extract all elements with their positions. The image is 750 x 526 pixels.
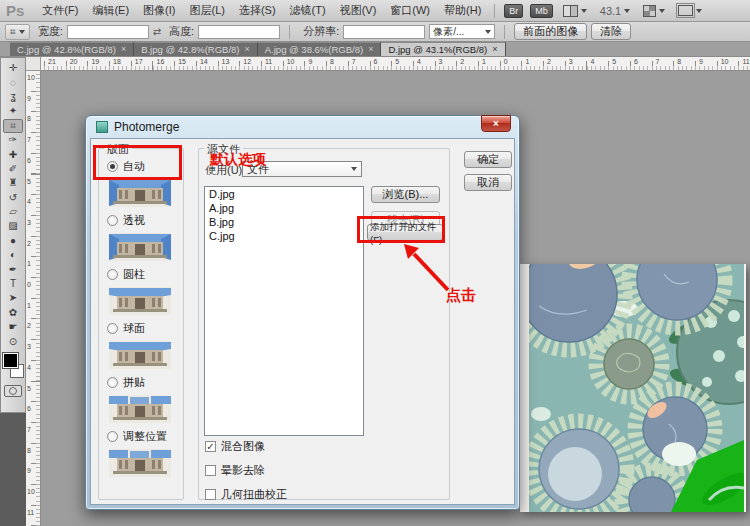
checkbox-unchecked[interactable] — [205, 465, 216, 476]
brush-tool[interactable]: ✐ — [3, 162, 23, 176]
ruler-number: 11 — [265, 58, 272, 65]
radio-button[interactable] — [107, 377, 118, 388]
mini-bridge-button[interactable]: Mb — [530, 4, 553, 18]
eraser-tool[interactable]: ▱ — [3, 205, 23, 219]
document-tab[interactable]: B.jpg @ 42.8%(RGB/8)× — [134, 42, 258, 56]
arrange-documents-dropdown[interactable] — [559, 4, 591, 18]
blur-tool[interactable]: ● — [3, 234, 23, 248]
ok-button[interactable]: 确定 — [464, 151, 512, 168]
file-list-item[interactable]: B.jpg — [205, 215, 363, 229]
bridge-button[interactable]: Br — [504, 4, 523, 18]
menu-item-select[interactable]: 选择(S) — [232, 2, 283, 18]
ruler-number: 6 — [27, 405, 31, 412]
resolution-input[interactable] — [343, 25, 425, 39]
menubar-divider — [494, 4, 495, 18]
file-list-item[interactable]: D.jpg — [205, 187, 363, 201]
front-image-button[interactable]: 前面的图像 — [514, 23, 587, 40]
dodge-tool[interactable]: ◐ — [3, 248, 23, 262]
menu-item-edit[interactable]: 编辑(E) — [85, 2, 136, 18]
crop-tool-icon: ⌗ — [10, 26, 16, 38]
color-swatches[interactable] — [2, 352, 24, 382]
resolution-unit-select[interactable]: 像素/... — [429, 24, 495, 39]
layout-thumbnail — [109, 233, 171, 261]
tab-close-icon[interactable]: × — [492, 45, 497, 54]
crop-tool[interactable]: ⌗ — [3, 119, 23, 133]
add-open-files-button[interactable]: 添加打开的文件(F) — [367, 224, 443, 241]
marquee-tool[interactable]: ◌ — [3, 75, 23, 89]
checkbox-row[interactable]: 几何扭曲校正 — [205, 487, 287, 502]
quick-selection-tool[interactable]: ✦ — [3, 104, 23, 118]
tab-close-icon[interactable]: × — [368, 45, 373, 54]
clone-stamp-tool[interactable]: ♜ — [3, 176, 23, 190]
menu-item-window[interactable]: 窗口(W) — [383, 2, 437, 18]
source-files-group-label: 源文件 — [204, 142, 243, 157]
menu-item-view[interactable]: 视图(V) — [333, 2, 384, 18]
gradient-tool[interactable]: ▨ — [3, 219, 23, 233]
ruler-number: 3 — [439, 58, 443, 65]
ruler-number: 9 — [27, 467, 31, 474]
menu-item-image[interactable]: 图像(I) — [136, 2, 182, 18]
file-list-item[interactable]: C.jpg — [205, 229, 363, 243]
path-selection-tool[interactable]: ➤ — [3, 291, 23, 305]
menu-item-layer[interactable]: 图层(L) — [182, 2, 231, 18]
close-button[interactable]: × — [481, 115, 511, 132]
screen-mode-dropdown[interactable] — [674, 4, 706, 17]
ruler-number: 9 — [308, 58, 312, 65]
file-list-item[interactable]: A.jpg — [205, 201, 363, 215]
browse-button[interactable]: 浏览(B)... — [371, 186, 440, 203]
menu-item-filter[interactable]: 滤镜(T) — [283, 2, 333, 18]
radio-button[interactable] — [107, 215, 118, 226]
use-select[interactable]: 文件 — [242, 161, 362, 177]
radio-button[interactable] — [107, 323, 118, 334]
layout-option-radio[interactable]: 透视 — [107, 213, 145, 227]
ruler-number: 10 — [721, 58, 729, 65]
document-tab[interactable]: A.jpg @ 38.6%(RGB/8)× — [258, 42, 382, 56]
move-tool[interactable]: ✛ — [3, 61, 23, 75]
radio-button[interactable] — [107, 161, 118, 172]
dialog-title-bar[interactable]: Photomerge — [96, 120, 179, 134]
zoom-level-dropdown[interactable]: 43.1 — [596, 4, 634, 18]
ruler-number: 4 — [417, 58, 421, 65]
checkbox-row[interactable]: 晕影去除 — [205, 463, 287, 478]
type-tool[interactable]: T — [3, 277, 23, 291]
foreground-color-swatch[interactable] — [3, 353, 18, 368]
healing-brush-tool[interactable]: ✚ — [3, 147, 23, 161]
height-input[interactable] — [198, 25, 280, 39]
width-input[interactable] — [67, 25, 149, 39]
checkbox-unchecked[interactable] — [205, 489, 216, 500]
tab-close-icon[interactable]: × — [245, 45, 250, 54]
menu-item-help[interactable]: 帮助(H) — [437, 2, 488, 18]
document-tab[interactable]: D.jpg @ 43.1%(RGB/8)× — [381, 42, 505, 56]
cancel-button[interactable]: 取消 — [464, 174, 512, 191]
source-file-list[interactable]: D.jpgA.jpgB.jpgC.jpg — [204, 186, 364, 436]
menu-item-file[interactable]: 文件(F) — [35, 2, 85, 18]
hand-tool[interactable]: ☛ — [3, 320, 23, 334]
menu-items: 文件(F)编辑(E)图像(I)图层(L)选择(S)滤镜(T)视图(V)窗口(W)… — [35, 3, 488, 18]
ruler-number: 12 — [243, 58, 251, 65]
layout-option-radio[interactable]: 调整位置 — [107, 429, 167, 443]
screen-mode-icon — [678, 5, 693, 16]
eyedropper-tool[interactable]: ✑ — [3, 133, 23, 147]
checkbox-row[interactable]: ✓混合图像 — [205, 439, 287, 454]
history-brush-tool[interactable]: ↺ — [3, 191, 23, 205]
crop-tool-preset-dropdown[interactable]: ⌗ — [5, 24, 30, 40]
layout-option-selected[interactable]: 自动 — [107, 159, 145, 173]
custom-shape-tool[interactable]: ✿ — [3, 306, 23, 320]
radio-button[interactable] — [107, 431, 118, 442]
clear-button[interactable]: 清除 — [591, 23, 631, 40]
zoom-tool[interactable]: ⊙ — [3, 334, 23, 348]
checkbox-checked[interactable]: ✓ — [205, 441, 216, 452]
layout-option-radio[interactable]: 圆柱 — [107, 267, 145, 281]
swap-dimensions-icon[interactable]: ⇄ — [153, 26, 161, 37]
photoshop-window: Ps 文件(F)编辑(E)图像(I)图层(L)选择(S)滤镜(T)视图(V)窗口… — [0, 0, 750, 526]
radio-button[interactable] — [107, 269, 118, 280]
document-tab[interactable]: C.jpg @ 42.8%(RGB/8)× — [10, 42, 134, 56]
view-extras-dropdown[interactable] — [639, 4, 669, 18]
ruler-number: 4 — [27, 198, 31, 205]
tab-close-icon[interactable]: × — [121, 45, 126, 54]
lasso-tool[interactable]: ʓ — [3, 90, 23, 104]
quick-mask-button[interactable] — [4, 385, 22, 397]
pen-tool[interactable]: ✒ — [3, 262, 23, 276]
layout-option-radio[interactable]: 球面 — [107, 321, 145, 335]
layout-option-radio[interactable]: 拼贴 — [107, 375, 145, 389]
